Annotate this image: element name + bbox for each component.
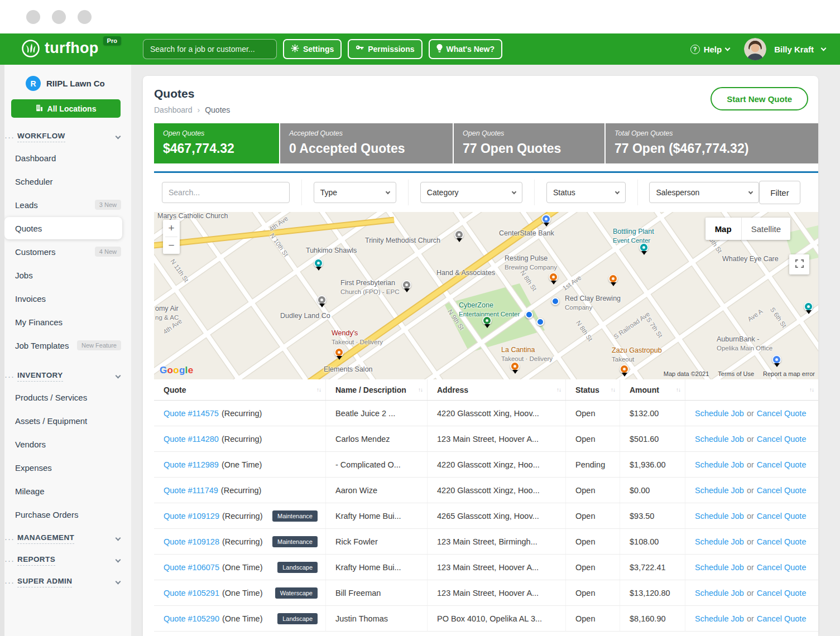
schedule-job-link[interactable]: Schedule Job: [695, 435, 744, 444]
schedule-job-link[interactable]: Schedule Job: [695, 486, 744, 495]
filter-button[interactable]: Filter: [759, 181, 800, 204]
sidebar-item[interactable]: Scheduler: [0, 170, 131, 193]
column-header[interactable]: Quote ↑↓: [154, 379, 325, 400]
permissions-button[interactable]: Permissions: [348, 39, 422, 59]
sidebar-item[interactable]: Invoices: [0, 287, 131, 310]
quote-link[interactable]: Quote #111749: [164, 486, 218, 495]
column-header[interactable]: ↑↓: [685, 379, 818, 400]
window-control-dot[interactable]: [26, 10, 40, 24]
cancel-quote-link[interactable]: Cancel Quote: [757, 460, 807, 469]
sidebar-item[interactable]: Mileage: [0, 479, 131, 503]
map-marker[interactable]: [482, 316, 492, 325]
sort-icon[interactable]: ↑↓: [809, 387, 814, 393]
cancel-quote-link[interactable]: Cancel Quote: [757, 486, 807, 495]
map-marker[interactable]: [402, 280, 411, 290]
sort-icon[interactable]: ↑↓: [418, 387, 423, 393]
cancel-quote-link[interactable]: Cancel Quote: [757, 409, 807, 418]
map-marker[interactable]: [525, 311, 533, 319]
schedule-job-link[interactable]: Schedule Job: [695, 409, 744, 418]
breadcrumb-dashboard[interactable]: Dashboard: [154, 105, 193, 114]
window-control-dot[interactable]: [52, 10, 66, 24]
column-header[interactable]: Status ↑↓: [565, 379, 620, 400]
column-header[interactable]: Amount ↑↓: [620, 379, 685, 400]
help-menu[interactable]: ? Help: [690, 45, 730, 54]
global-search-input[interactable]: [143, 39, 277, 59]
schedule-job-link[interactable]: Schedule Job: [695, 537, 744, 546]
quote-link[interactable]: Quote #109129: [164, 512, 219, 521]
map-marker[interactable]: [620, 364, 629, 374]
terms-of-use-link[interactable]: Terms of Use: [718, 370, 754, 377]
chevron-down-icon[interactable]: [821, 46, 827, 51]
quote-link[interactable]: Quote #109128: [164, 537, 219, 546]
app-logo[interactable]: turfhop Pro: [21, 38, 143, 60]
sidebar-item[interactable]: My Finances: [0, 310, 131, 334]
settings-button[interactable]: Settings: [283, 39, 342, 59]
sidebar-item[interactable]: Products / Services: [0, 386, 131, 409]
schedule-job-link[interactable]: Schedule Job: [695, 460, 744, 469]
quote-link[interactable]: Quote #105290: [164, 614, 219, 623]
sidebar-section-collapsed[interactable]: ··· MANAGEMENT: [0, 527, 131, 548]
sidebar-section-collapsed[interactable]: ··· SUPER ADMIN: [0, 571, 131, 591]
sidebar-section-inventory[interactable]: ··· INVENTORY: [0, 365, 131, 386]
stat-card[interactable]: Total Open Quotes 77 Open ($467,774.32): [606, 123, 818, 163]
sidebar-item[interactable]: Customers 4 New: [0, 240, 131, 263]
type-select[interactable]: Type: [314, 182, 396, 203]
satellite-toggle-button[interactable]: Satellite: [742, 218, 790, 240]
sidebar-item[interactable]: Assets / Equipment: [0, 409, 131, 432]
sidebar-section-workflow[interactable]: ··· WORKFLOW: [0, 126, 131, 146]
report-map-error-link[interactable]: Report a map error: [763, 370, 815, 377]
quotes-search-input[interactable]: [162, 182, 290, 203]
quote-link[interactable]: Quote #112989: [164, 460, 219, 469]
sidebar-item[interactable]: Leads 3 New: [0, 193, 131, 216]
stat-card[interactable]: Open Quotes 77 Open Quotes: [454, 123, 604, 163]
window-control-dot[interactable]: [78, 10, 92, 24]
map-marker[interactable]: [804, 302, 813, 311]
stat-card[interactable]: Open Quotes $467,774.32: [154, 123, 279, 163]
sidebar-item[interactable]: Purchase Orders: [0, 503, 131, 526]
user-name[interactable]: Billy Kraft: [774, 45, 814, 54]
cancel-quote-link[interactable]: Cancel Quote: [757, 614, 807, 623]
cancel-quote-link[interactable]: Cancel Quote: [757, 512, 807, 521]
map-marker[interactable]: [510, 362, 520, 371]
whats-new-button[interactable]: What's New?: [429, 39, 503, 59]
map-marker[interactable]: [314, 258, 323, 268]
map-marker[interactable]: [772, 355, 781, 364]
map-marker[interactable]: [334, 348, 344, 357]
salesperson-select[interactable]: Salesperson: [649, 182, 759, 203]
sidebar-section-collapsed[interactable]: ··· REPORTS: [0, 549, 131, 570]
schedule-job-link[interactable]: Schedule Job: [695, 589, 744, 598]
status-select[interactable]: Status: [546, 182, 626, 203]
sort-icon[interactable]: ↑↓: [316, 387, 321, 393]
quote-link[interactable]: Quote #105291: [164, 589, 219, 598]
map-marker[interactable]: [551, 297, 559, 305]
quote-link[interactable]: Quote #106075: [164, 563, 219, 572]
map-marker[interactable]: [317, 295, 327, 305]
map-marker[interactable]: [541, 214, 551, 224]
map-toggle-button[interactable]: Map: [705, 218, 741, 240]
company-selector[interactable]: R RIIPL Lawn Co: [0, 65, 131, 91]
quote-link[interactable]: Quote #114280: [164, 435, 219, 444]
zoom-in-button[interactable]: +: [163, 220, 180, 237]
schedule-job-link[interactable]: Schedule Job: [695, 512, 744, 521]
sort-icon[interactable]: ↑↓: [556, 387, 561, 393]
cancel-quote-link[interactable]: Cancel Quote: [757, 435, 807, 444]
zoom-out-button[interactable]: −: [163, 237, 180, 254]
google-logo[interactable]: Google: [160, 365, 193, 376]
sidebar-item[interactable]: Dashboard: [0, 146, 131, 170]
sidebar-item[interactable]: Quotes: [4, 217, 122, 239]
sidebar-item[interactable]: Jobs: [0, 263, 131, 287]
user-avatar[interactable]: [744, 38, 766, 60]
column-header[interactable]: Name / Description ↑↓: [325, 379, 427, 400]
map-marker[interactable]: [454, 230, 464, 239]
sidebar-item[interactable]: Expenses: [0, 456, 131, 479]
cancel-quote-link[interactable]: Cancel Quote: [757, 563, 807, 572]
sort-icon[interactable]: ↑↓: [611, 387, 615, 393]
sidebar-item[interactable]: Job Templates New Feature: [0, 334, 131, 357]
map-canvas[interactable]: Marys Catholic Church Tuhkimo Shawls Tri…: [154, 212, 818, 379]
sidebar-item[interactable]: Vendors: [0, 432, 131, 456]
stat-card[interactable]: Accepted Quotes 0 Accepted Quotes: [280, 123, 453, 163]
start-new-quote-button[interactable]: Start New Quote: [711, 87, 808, 110]
quote-link[interactable]: Quote #114575: [164, 409, 219, 418]
schedule-job-link[interactable]: Schedule Job: [695, 614, 744, 623]
all-locations-button[interactable]: All Locations: [11, 99, 121, 118]
